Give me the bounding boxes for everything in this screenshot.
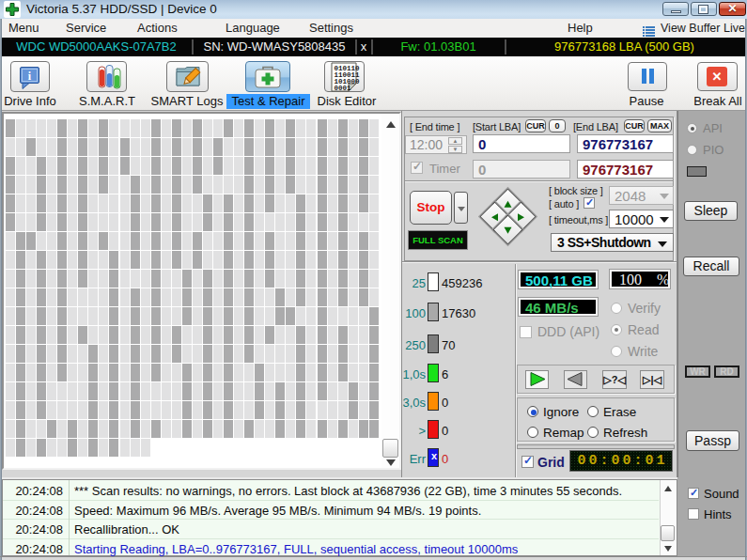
svg-text:0001: 0001	[335, 85, 352, 92]
